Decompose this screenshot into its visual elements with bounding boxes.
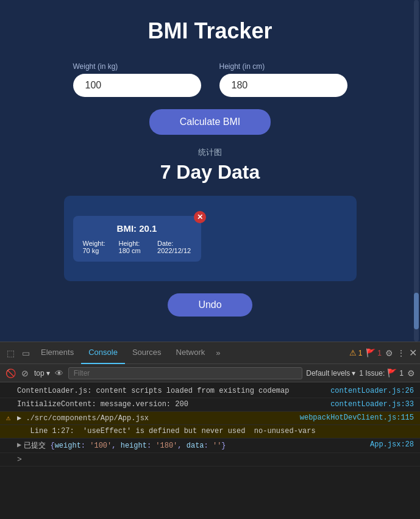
- console-filter-input[interactable]: [68, 367, 303, 379]
- chart-title: 7 Day Data: [160, 161, 260, 184]
- console-settings-icon[interactable]: ⚙: [407, 368, 415, 378]
- console-warning-line: ⚠ ▶ ./src/components/App/App.jsx webpack…: [0, 412, 420, 425]
- console-warning-text: ▶ ./src/components/App/App.jsx: [17, 413, 300, 423]
- tab-elements[interactable]: Elements: [34, 342, 81, 364]
- devtools-tabs-bar: ⬚ ▭ Elements Console Sources Network » ⚠…: [0, 342, 420, 364]
- weight-label: Weight (in kg): [73, 62, 201, 71]
- scrollbar-thumb[interactable]: [414, 293, 419, 329]
- console-output: ContentLoader.js: content scripts loaded…: [0, 382, 420, 519]
- console-expandable-line: ▶ 已提交 {weight: '100', height: '180', dat…: [0, 438, 420, 453]
- expand-icon[interactable]: ▶: [17, 440, 21, 449]
- console-line-link[interactable]: contentLoader.js:33: [330, 400, 414, 409]
- calculate-bmi-button[interactable]: Calculate BMI: [149, 109, 271, 135]
- app-title: BMI Tracker: [148, 18, 272, 44]
- console-expandable-text: 已提交 {weight: '100', height: '180', data:…: [24, 440, 370, 451]
- weight-input[interactable]: [73, 74, 201, 97]
- bmi-card-date: Date: 2022/12/12: [157, 240, 191, 254]
- levels-chevron-icon: ▾: [352, 369, 355, 378]
- scrollbar[interactable]: [414, 0, 419, 342]
- console-line-text: InitializeContent: message.version: 200: [17, 400, 330, 409]
- console-prompt-line: >: [0, 453, 420, 467]
- tab-console[interactable]: Console: [81, 342, 125, 364]
- height-label: Height (in cm): [219, 62, 347, 71]
- eye-icon[interactable]: 👁: [54, 368, 65, 378]
- devtools-toolbar: 🚫 ⊘ top ▾ 👁 Default levels ▾ 1 Issue: 🚩 …: [0, 364, 420, 382]
- console-warning-link[interactable]: webpackHotDevClient.js:115: [300, 413, 414, 422]
- levels-dropdown[interactable]: Default levels ▾: [306, 369, 355, 378]
- tab-network[interactable]: Network: [169, 342, 213, 364]
- console-warning-detail: Line 1:27: 'useEffect' is defined but ne…: [0, 425, 420, 438]
- issues-flag-icon: 🚩: [387, 368, 397, 378]
- context-dropdown[interactable]: top ▾: [34, 369, 50, 378]
- error-icon: 🚩: [366, 348, 376, 357]
- inspect-icon[interactable]: ⬚: [3, 348, 18, 358]
- devtools-panel: ⬚ ▭ Elements Console Sources Network » ⚠…: [0, 342, 420, 519]
- chart-area: ✕ BMI: 20.1 Weight: 70 kg Height: 180 cm…: [64, 196, 357, 281]
- devtools-close-icon[interactable]: ✕: [409, 347, 417, 359]
- console-line: ContentLoader.js: content scripts loaded…: [0, 385, 420, 398]
- warning-icon: ⚠: [6, 413, 17, 423]
- warning-icon: ⚠: [349, 348, 357, 357]
- weight-group: Weight (in kg): [73, 62, 201, 97]
- warnings-badge: ⚠ 1: [349, 348, 363, 357]
- bmi-card-title: BMI: 20.1: [83, 223, 191, 234]
- height-group: Height (in cm): [219, 62, 347, 97]
- console-prefix: 已提交: [24, 442, 50, 450]
- console-warning-detail-text: Line 1:27: 'useEffect' is defined but ne…: [17, 427, 414, 435]
- console-line: InitializeContent: message.version: 200 …: [0, 398, 420, 412]
- console-expandable-link[interactable]: App.jsx:28: [370, 440, 414, 449]
- bmi-height-label: Height: 180 cm: [119, 240, 149, 254]
- issues-badge: 1 Issue: 🚩 1: [359, 368, 404, 378]
- devtools-right-icons: ⚠ 1 🚩 1 ⚙ ⋮ ✕: [349, 347, 417, 359]
- console-line-link[interactable]: contentLoader.js:26: [330, 387, 414, 395]
- tab-sources[interactable]: Sources: [125, 342, 169, 364]
- devtools-settings-icon[interactable]: ⚙: [385, 348, 393, 358]
- app-area: BMI Tracker Weight (in kg) Height (in cm…: [0, 0, 420, 342]
- bmi-card-weight: Weight: 70 kg: [83, 240, 110, 254]
- bmi-card-height: Height: 180 cm: [119, 240, 149, 254]
- bmi-card-close-button[interactable]: ✕: [194, 211, 206, 223]
- no-filter-icon[interactable]: ⊘: [20, 368, 30, 378]
- clear-console-icon[interactable]: 🚫: [5, 368, 16, 378]
- console-line-text: ContentLoader.js: content scripts loaded…: [17, 387, 330, 395]
- dropdown-chevron-icon: ▾: [46, 369, 50, 378]
- undo-button[interactable]: Undo: [168, 293, 252, 317]
- console-prompt: >: [17, 455, 22, 464]
- device-icon[interactable]: ▭: [18, 348, 34, 358]
- bmi-card: ✕ BMI: 20.1 Weight: 70 kg Height: 180 cm…: [73, 216, 201, 262]
- bmi-weight-label: Weight: 70 kg: [83, 240, 110, 254]
- height-input[interactable]: [219, 74, 347, 97]
- inputs-row: Weight (in kg) Height (in cm): [12, 62, 408, 97]
- console-object: {weight: '100', height: '180', data: ''}: [50, 442, 226, 450]
- subtitle: 统计图: [198, 147, 222, 158]
- bmi-date-label: Date: 2022/12/12: [157, 240, 191, 254]
- more-tabs-icon[interactable]: »: [212, 348, 224, 357]
- bmi-card-details: Weight: 70 kg Height: 180 cm Date: 2022/…: [83, 240, 191, 254]
- devtools-more-icon[interactable]: ⋮: [397, 348, 405, 358]
- errors-badge: 🚩 1: [366, 348, 382, 357]
